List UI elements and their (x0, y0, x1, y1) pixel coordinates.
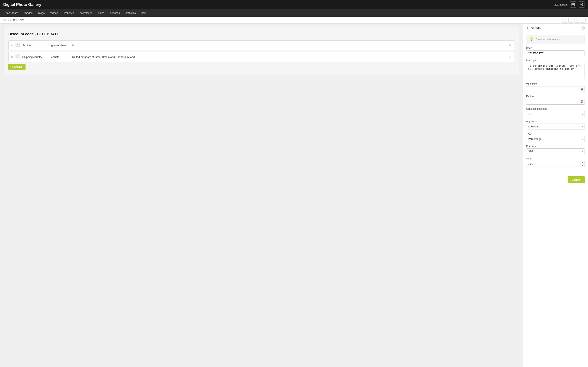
description-input[interactable]: To celebrate our launch - 20% off all or… (526, 63, 585, 79)
svg-rect-9 (16, 57, 17, 58)
drag-handle-2[interactable]: ≡ (11, 55, 13, 59)
valid-from-wrapper: 📅 (526, 86, 585, 92)
svg-rect-7 (16, 55, 17, 56)
currency-select-wrapper: GBP USD EUR (526, 149, 585, 154)
logout-icon[interactable] (579, 1, 585, 8)
description-field-group: Description To celebrate our launch - 20… (526, 59, 585, 80)
applies-to-select-wrapper: Subtotal Shipping Total (526, 124, 585, 129)
condition-operator-2: equals (51, 55, 70, 58)
condition-matching-select[interactable]: all any (526, 111, 585, 117)
spinner-up[interactable]: ▲ (580, 161, 585, 164)
favorite-button[interactable]: ♡ (562, 18, 567, 23)
condition-matching-field-group: Condition matching all any (526, 108, 585, 117)
value-label: Value (526, 157, 585, 160)
content-area: Discount code - CELEBRATE ≡ Subtotal gre… (0, 24, 523, 367)
value-field-group: Value ▲ ▼ (526, 157, 585, 167)
condition-row: ≡ Subtotal greater-than 0 ✕ (8, 40, 514, 50)
breadcrumb: Sales > CELEBRATE (2, 19, 27, 22)
svg-rect-8 (18, 55, 19, 56)
nav-videos[interactable]: videos (48, 10, 61, 16)
type-select[interactable]: Percentage Fixed amount (526, 136, 585, 142)
applies-to-select[interactable]: Subtotal Shipping Total (526, 124, 585, 129)
type-label: Type (526, 132, 585, 135)
nav-bar: dashboard images blogs videos websites d… (0, 9, 588, 17)
condition-value-2: United Kingdom of Great Britain and Nort… (72, 55, 507, 58)
svg-rect-3 (16, 43, 17, 45)
condition-operator-1: greater-than (51, 44, 70, 47)
code-input[interactable] (526, 50, 585, 56)
expires-wrapper: 📅 (526, 99, 585, 105)
applies-to-label: Applies to (526, 120, 585, 123)
drag-handle-1[interactable]: ≡ (11, 44, 13, 47)
nav-blogs[interactable]: blogs (36, 10, 47, 16)
sidebar-title: Details (531, 26, 541, 30)
nav-downloads[interactable]: downloads (77, 10, 95, 16)
sidebar: ▼ Details ? 💡 Discount code settings. Co… (523, 24, 588, 367)
condition-row: ≡ Shipping country equals United Kingdom… (8, 52, 514, 62)
nav-websites[interactable]: websites (61, 10, 77, 16)
valid-from-input[interactable] (526, 86, 585, 92)
number-spinners: ▲ ▼ (580, 161, 585, 167)
expires-label: Expires (526, 95, 585, 98)
valid-from-label: Valid from (526, 83, 585, 85)
currency-field-group: Currency GBP USD EUR (526, 145, 585, 154)
type-select-wrapper: Percentage Fixed amount (526, 136, 585, 142)
calendar-icon-valid-from[interactable]: 📅 (580, 88, 584, 91)
minimize-button[interactable]: − (568, 18, 573, 23)
username: alexmorgan (554, 3, 568, 6)
breadcrumb-bar: Sales > CELEBRATE ♡ − + ☰ (0, 17, 588, 24)
condition-icon-2 (15, 54, 20, 60)
nav-sales[interactable]: sales (96, 10, 107, 16)
discount-title: Discount code - CELEBRATE (8, 32, 514, 36)
condition-matching-select-wrapper: all any (526, 111, 585, 117)
condition-remove-2[interactable]: ✕ (509, 55, 512, 59)
nav-help[interactable]: help (139, 10, 149, 16)
svg-rect-4 (18, 43, 19, 45)
svg-point-0 (572, 3, 574, 4)
svg-rect-10 (18, 57, 19, 58)
breadcrumb-actions: ♡ − + ☰ (562, 18, 586, 23)
nav-statistics[interactable]: statistics (123, 10, 138, 16)
update-button[interactable]: Update (568, 176, 585, 183)
main-layout: Discount code - CELEBRATE ≡ Subtotal gre… (0, 24, 588, 367)
nav-dashboard[interactable]: dashboard (3, 10, 21, 16)
condition-remove-1[interactable]: ✕ (509, 43, 512, 47)
lightbulb-icon: 💡 (529, 37, 534, 42)
create-button[interactable]: + Create (8, 64, 26, 70)
calendar-icon-expires[interactable]: 📅 (580, 100, 584, 103)
condition-value-1: 0 (72, 44, 507, 47)
spinner-down[interactable]: ▼ (580, 164, 585, 167)
top-bar: Digital Photo Gallery alexmorgan (0, 0, 588, 9)
hint-box: 💡 Discount code settings. (526, 35, 585, 44)
value-input[interactable] (526, 161, 585, 167)
nav-services[interactable]: services (108, 10, 122, 16)
valid-from-field-group: Valid from 📅 (526, 83, 585, 92)
currency-label: Currency (526, 145, 585, 148)
app-logo: Digital Photo Gallery (3, 2, 41, 7)
expires-input[interactable] (526, 99, 585, 105)
collapse-icon[interactable]: ▼ (526, 26, 529, 30)
condition-field-1: Subtotal (22, 44, 49, 47)
svg-rect-6 (18, 45, 19, 47)
help-icon[interactable]: ? (581, 26, 585, 30)
svg-rect-5 (16, 45, 17, 47)
description-label: Description (526, 59, 585, 62)
profile-icon[interactable] (570, 1, 576, 8)
code-label: Code (526, 47, 585, 50)
sidebar-header: ▼ Details ? (523, 24, 588, 33)
nav-images[interactable]: images (21, 10, 35, 16)
list-button[interactable]: ☰ (581, 18, 586, 23)
condition-field-2: Shipping country (22, 55, 49, 58)
applies-to-field-group: Applies to Subtotal Shipping Total (526, 120, 585, 129)
expires-field-group: Expires 📅 (526, 95, 585, 105)
type-field-group: Type Percentage Fixed amount (526, 132, 585, 142)
expand-button[interactable]: + (575, 18, 579, 23)
top-bar-right: alexmorgan (554, 1, 585, 8)
code-field-group: Code (526, 47, 585, 56)
sidebar-body: 💡 Discount code settings. Code Descripti… (523, 33, 588, 175)
discount-card: Discount code - CELEBRATE ≡ Subtotal gre… (3, 27, 519, 75)
value-input-wrapper: ▲ ▼ (526, 161, 585, 167)
condition-matching-label: Condition matching (526, 108, 585, 110)
condition-icon-1 (15, 43, 20, 48)
currency-select[interactable]: GBP USD EUR (526, 149, 585, 154)
